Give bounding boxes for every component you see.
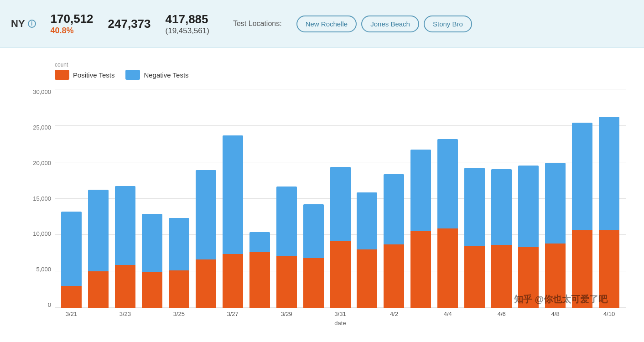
x-label-wrap: 4/4 bbox=[436, 310, 460, 318]
x-label-wrap: 4/6 bbox=[489, 310, 514, 318]
bar-negative bbox=[249, 232, 270, 253]
bar-wrap bbox=[113, 89, 137, 308]
bar-stack bbox=[357, 192, 377, 308]
info-icon[interactable]: i bbox=[28, 20, 36, 28]
bar-negative bbox=[276, 187, 297, 256]
bar-stack bbox=[545, 163, 566, 308]
bar-wrap bbox=[543, 89, 567, 308]
legend-item: Positive Tests bbox=[55, 70, 114, 80]
bar-stack bbox=[330, 167, 351, 308]
x-label: 3/27 bbox=[227, 311, 239, 317]
bar-positive bbox=[142, 272, 162, 308]
x-label-wrap: 3/31 bbox=[328, 310, 353, 318]
bar-positive bbox=[384, 244, 404, 308]
bar-negative bbox=[61, 212, 82, 286]
bar-wrap bbox=[462, 89, 487, 308]
bar-positive bbox=[303, 258, 324, 308]
bar-positive bbox=[169, 270, 189, 308]
bar-stack bbox=[115, 186, 135, 308]
bar-stack bbox=[223, 135, 243, 308]
x-label-wrap: 3/27 bbox=[221, 310, 245, 318]
bar-negative bbox=[599, 117, 619, 231]
y-tick: 10,000 bbox=[18, 231, 55, 237]
x-label-wrap bbox=[462, 310, 487, 318]
bar-stack bbox=[410, 150, 431, 308]
bar-positive bbox=[115, 265, 135, 308]
legend-color bbox=[55, 70, 69, 80]
bar-wrap bbox=[597, 89, 621, 308]
bar-negative bbox=[572, 123, 592, 231]
bar-stack bbox=[88, 190, 109, 308]
x-label: 3/23 bbox=[119, 311, 131, 317]
bar-positive bbox=[464, 246, 485, 308]
x-label: 3/25 bbox=[173, 311, 185, 317]
location-buttons: New RochelleJones BeachStony Bro bbox=[296, 16, 472, 32]
state-text: NY bbox=[11, 18, 25, 30]
x-label-wrap: 4/8 bbox=[543, 310, 567, 318]
stat1-sub: 40.8% bbox=[51, 26, 93, 36]
x-label: 3/29 bbox=[280, 311, 292, 317]
bar-stack bbox=[169, 218, 189, 308]
location-button[interactable]: Stony Bro bbox=[424, 16, 472, 32]
bar-negative bbox=[88, 190, 109, 271]
bar-wrap bbox=[382, 89, 406, 308]
bar-positive bbox=[249, 252, 270, 308]
bar-stack bbox=[249, 232, 270, 308]
x-labels: 3/213/233/253/273/293/314/24/44/64/84/10 bbox=[55, 308, 626, 318]
x-label-wrap: 3/23 bbox=[113, 310, 137, 318]
bar-stack bbox=[303, 204, 324, 308]
location-button[interactable]: New Rochelle bbox=[296, 16, 357, 32]
x-label: 4/4 bbox=[444, 311, 452, 317]
x-label-wrap bbox=[248, 310, 272, 318]
x-label-wrap bbox=[301, 310, 326, 318]
x-label-wrap bbox=[86, 310, 110, 318]
bar-negative bbox=[330, 167, 351, 241]
count-label: count bbox=[55, 62, 626, 68]
bar-wrap bbox=[301, 89, 326, 308]
x-axis-title: date bbox=[55, 320, 626, 326]
bar-wrap bbox=[275, 89, 299, 308]
y-tick: 30,000 bbox=[18, 89, 55, 95]
legend-label: Negative Tests bbox=[144, 71, 188, 79]
bar-positive bbox=[276, 256, 297, 308]
stat2: 247,373 bbox=[108, 17, 151, 31]
x-label: 3/31 bbox=[334, 311, 346, 317]
bar-wrap bbox=[248, 89, 272, 308]
bar-positive bbox=[88, 271, 109, 308]
bar-stack bbox=[276, 187, 297, 308]
bar-wrap bbox=[140, 89, 164, 308]
bar-wrap bbox=[489, 89, 514, 308]
legend-label: Positive Tests bbox=[73, 71, 114, 79]
bar-wrap bbox=[328, 89, 353, 308]
bar-stack bbox=[142, 214, 162, 308]
x-label: 4/6 bbox=[498, 311, 506, 317]
state-label: NY i bbox=[11, 18, 36, 30]
bar-wrap bbox=[86, 89, 110, 308]
bar-negative bbox=[545, 163, 566, 244]
x-label: 4/2 bbox=[390, 311, 398, 317]
stat3-sub: (19,453,561) bbox=[166, 26, 209, 36]
watermark: 知乎 @你也太可爱了吧 bbox=[514, 293, 608, 306]
bar-positive bbox=[437, 228, 458, 308]
x-label: 4/10 bbox=[603, 311, 615, 317]
bar-wrap bbox=[59, 89, 83, 308]
bar-positive bbox=[330, 241, 351, 308]
bar-wrap bbox=[516, 89, 540, 308]
bar-negative bbox=[384, 174, 404, 244]
bar-wrap bbox=[409, 89, 433, 308]
y-tick: 0 bbox=[18, 302, 55, 308]
bar-stack bbox=[384, 174, 404, 308]
x-label-wrap bbox=[140, 310, 164, 318]
bar-wrap bbox=[167, 89, 191, 308]
header: NY i 170,512 40.8% 247,373 417,885 (19,4… bbox=[0, 0, 644, 48]
bar-positive bbox=[410, 231, 431, 308]
bar-stack bbox=[518, 166, 539, 308]
x-label: 4/8 bbox=[551, 311, 560, 317]
location-button[interactable]: Jones Beach bbox=[361, 16, 419, 32]
bar-stack bbox=[572, 123, 592, 308]
bar-wrap bbox=[355, 89, 379, 308]
bar-stack bbox=[437, 139, 458, 308]
y-tick: 5,000 bbox=[18, 266, 55, 272]
x-label-wrap bbox=[409, 310, 433, 318]
x-label-wrap: 3/25 bbox=[167, 310, 191, 318]
